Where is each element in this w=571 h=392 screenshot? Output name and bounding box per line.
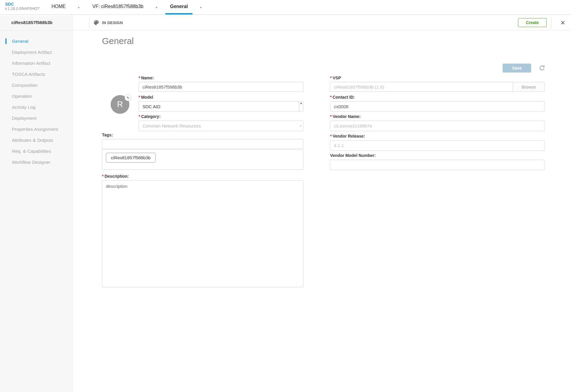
vendor-name-label: *Vendor Name: [330,114,545,119]
page-title: General [102,36,134,46]
vendor-release-label: *Vendor Release: [330,134,545,138]
sidebar-menu: General Deployment Artifact Information … [0,31,72,168]
sdc-logo[interactable]: SDC v.1.16.2-SNAPSHOT [5,2,40,11]
vsp-label: *VSP [330,75,545,80]
browse-button[interactable]: Browse [513,82,545,92]
breadcrumb-arrow-icon: ▸ [200,0,202,15]
vendor-name-field-group: *Vendor Name: [330,114,545,131]
vsp-input-group: Browse [330,82,545,92]
avatar-letter: R [117,100,123,109]
required-marker: * [330,134,332,138]
sdc-app-window: SDC v.1.16.2-SNAPSHOT HOME ▸ VF: ciRes81… [0,0,571,392]
category-label-text: Category: [141,114,160,119]
sidebar-item-deployment[interactable]: Deployment [0,113,72,124]
category-select[interactable]: Common Network Resources ▼ [139,121,303,131]
name-input[interactable] [139,82,303,92]
description-label: *Description: [102,174,303,179]
top-header: SDC v.1.16.2-SNAPSHOT HOME ▸ VF: ciRes81… [0,0,571,15]
model-label-text: Model [141,95,153,100]
edit-pencil-icon[interactable]: ✎ [125,95,131,101]
tags-label: Tags: [102,133,303,137]
sidebar-item-label: General [12,39,28,44]
sidebar-item-label: TOSCA Artifacts [12,72,45,77]
sidebar-item-label: Operation [12,94,32,99]
sidebar-item-label: Attributes & Outputs [12,138,53,143]
refresh-icon[interactable] [539,64,545,71]
category-field-group: *Category: Common Network Resources ▼ [139,114,303,131]
model-label: *Model [139,95,303,100]
vsp-label-text: VSP [332,75,341,80]
tab-general[interactable]: General [165,0,193,15]
tags-input[interactable] [102,139,303,149]
status-bar: IN DESIGN Create × [72,15,571,31]
resource-title: ciRes81857f588b3b [0,15,72,31]
required-marker: * [330,114,332,119]
sidebar-item-general[interactable]: General [0,36,72,47]
tab-home[interactable]: HOME [47,0,70,15]
vendor-model-number-field-group: Vendor Model Number: [330,153,545,170]
tags-container: ciRes81857f588b3b [102,149,303,170]
close-icon[interactable]: × [561,15,565,31]
sidebar-item-activity-log[interactable]: Activity Log [0,102,72,113]
breadcrumb-arrow-icon: ▸ [78,0,80,15]
tag-chip[interactable]: ciRes81857f588b3b [106,153,156,163]
sidebar-item-label: Req. & Capabilities [12,149,51,154]
left-panel: ciRes81857f588b3b General Deployment Art… [0,15,72,392]
sidebar-item-properties-assignment[interactable]: Properties Assignment [0,124,72,135]
active-indicator-bar [5,38,7,44]
vendor-model-number-input[interactable] [330,160,545,170]
sidebar-item-req-capabilities[interactable]: Req. & Capabilities [0,146,72,157]
sdc-logo-text: SDC [5,2,40,7]
save-button[interactable]: Save [503,64,531,73]
vendor-model-number-label-text: Vendor Model Number: [330,153,376,158]
vsp-field-group: *VSP Browse [330,75,545,92]
sidebar-item-deployment-artifact[interactable]: Deployment Artifact [0,47,72,58]
contact-id-label: *Contact ID: [330,95,545,100]
sidebar-item-information-artifact[interactable]: Information Artifact [0,58,72,69]
sidebar-item-label: Deployment Artifact [12,50,52,55]
lifecycle-status-badge: IN DESIGN [102,15,123,31]
tab-home-label: HOME [51,4,66,9]
divider [551,17,551,28]
required-marker: * [139,114,140,119]
vsp-input [330,82,513,92]
required-marker: * [139,95,140,100]
sidebar-item-tosca-artifacts[interactable]: TOSCA Artifacts [0,69,72,80]
category-selected-value: Common Network Resources [142,123,201,128]
required-marker: * [330,75,332,80]
required-marker: * [139,75,140,80]
sidebar-item-label: Workflow Designer [12,160,51,165]
sidebar-item-label: Deployment [12,116,37,121]
sidebar-item-workflow-designer[interactable]: Workflow Designer [0,157,72,168]
vendor-name-label-text: Vendor Name: [332,114,360,119]
description-textarea[interactable]: description [102,180,303,287]
category-label: *Category: [139,114,303,119]
sidebar-item-attributes-outputs[interactable]: Attributes & Outputs [0,135,72,146]
required-marker: * [102,174,103,179]
sidebar-item-operation[interactable]: Operation [0,91,72,102]
sidebar-item-composition[interactable]: Composition [0,80,72,91]
create-button[interactable]: Create [518,18,547,27]
avatar: R ✎ [111,95,129,114]
model-select[interactable]: SDC AID ▼ [139,101,303,112]
tab-vf-label: VF: ciRes81857f588b3b [92,4,144,9]
sdc-version: v.1.16.2-SNAPSHOT [5,7,40,11]
breadcrumb: HOME ▸ VF: ciRes81857f588b3b ▸ General ▸ [47,0,210,15]
sidebar-item-label: Information Artifact [12,61,50,66]
model-field-group: *Model SDC AID ▼ [139,95,303,112]
general-form-section: General Save R ✎ *Name: *Model SDC AID ▼ [72,31,571,392]
sidebar-item-label: Activity Log [12,105,35,110]
description-field-group: *Description: description [102,174,303,289]
vendor-release-field-group: *Vendor Release: [330,134,545,151]
sidebar-item-label: Composition [12,83,37,88]
contact-id-field-group: *Contact ID: [330,95,545,112]
description-label-text: Description: [104,174,129,179]
model-selected-value: SDC AID [142,104,160,109]
palette-icon [93,19,100,26]
tab-vf[interactable]: VF: ciRes81857f588b3b [88,0,148,15]
chevron-down-icon[interactable]: ▼ [299,102,303,111]
name-label: *Name: [139,75,303,80]
chevron-down-icon: ▼ [299,125,302,127]
contact-id-input[interactable] [330,101,545,112]
contact-id-label-text: Contact ID: [332,95,355,100]
